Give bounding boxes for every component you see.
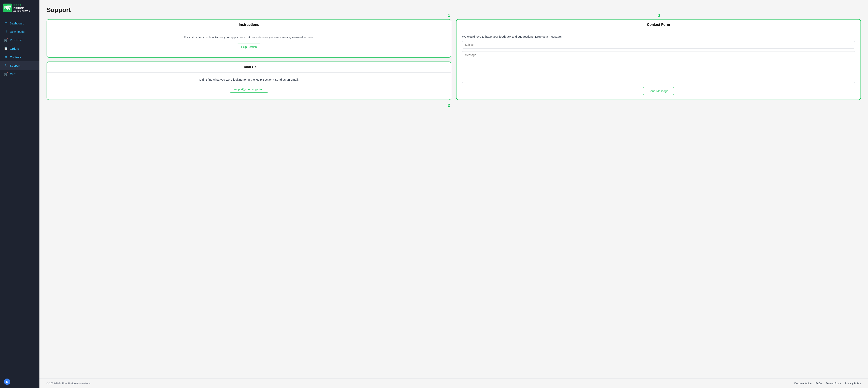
sidebar-item-orders[interactable]: 📋 Orders bbox=[0, 44, 39, 53]
sidebar-item-label: Support bbox=[10, 64, 20, 67]
sidebar-item-dashboard[interactable]: ≡ Dashboard bbox=[0, 19, 39, 27]
footer-link-privacy[interactable]: Privacy Policy bbox=[845, 382, 861, 385]
sidebar-item-cart[interactable]: 🛒 Cart bbox=[0, 70, 39, 78]
logo-text: ROOT BRIDGE AUTOMATIONS bbox=[13, 4, 30, 12]
logo-root: ROOT bbox=[13, 4, 30, 7]
sidebar-item-label: Purchase bbox=[10, 38, 22, 42]
label-2: 2 bbox=[448, 103, 450, 108]
download-icon: ⬇ bbox=[4, 30, 8, 34]
footer-link-faqs[interactable]: FAQs bbox=[815, 382, 822, 385]
sidebar-item-label: Orders bbox=[10, 47, 19, 50]
sidebar-item-controls[interactable]: ⚙ Controls bbox=[0, 53, 39, 61]
cards-grid: Instructions For instructions on how to … bbox=[46, 19, 861, 100]
instructions-card-body: For instructions on how to use your app,… bbox=[47, 30, 451, 55]
contact-form-card-header: Contact Form bbox=[457, 20, 861, 30]
sidebar-item-support[interactable]: ↻ Support bbox=[0, 61, 39, 70]
sidebar-footer: D bbox=[0, 376, 39, 388]
logo-automations: AUTOMATIONS bbox=[13, 10, 30, 12]
instructions-card-text: For instructions on how to use your app,… bbox=[184, 35, 314, 40]
sidebar-item-label: Cart bbox=[10, 72, 16, 76]
contact-form-card: Contact Form We would love to have your … bbox=[456, 19, 861, 100]
email-card: Email Us Didn't find what you were looki… bbox=[46, 62, 452, 100]
email-card-body: Didn't find what you were looking for in… bbox=[47, 72, 451, 97]
send-message-button[interactable]: Send Message bbox=[643, 87, 674, 95]
cart-icon: 🛒 bbox=[4, 72, 8, 76]
logo-icon: R bbox=[3, 4, 12, 12]
email-card-text: Didn't find what you were looking for in… bbox=[199, 77, 299, 82]
footer-link-documentation[interactable]: Documentation bbox=[795, 382, 812, 385]
footer-copyright: © 2023-2024 Root Bridge Automations bbox=[46, 382, 91, 385]
label-1: 1 bbox=[448, 13, 450, 18]
logo: R ROOT BRIDGE AUTOMATIONS bbox=[0, 0, 39, 16]
controls-icon: ⚙ bbox=[4, 55, 8, 59]
instructions-card: Instructions For instructions on how to … bbox=[46, 19, 452, 58]
sidebar-item-label: Dashboard bbox=[10, 22, 24, 25]
sidebar-item-purchase[interactable]: 🛒 Purchase bbox=[0, 36, 39, 44]
support-icon: ↻ bbox=[4, 64, 8, 67]
sidebar-item-label: Downloads bbox=[10, 30, 25, 33]
main-content: Support 1 2 3 Instructions For instructi… bbox=[39, 0, 868, 379]
sidebar-nav: ≡ Dashboard ⬇ Downloads 🛒 Purchase 📋 Ord… bbox=[0, 16, 39, 376]
instructions-card-header: Instructions bbox=[47, 20, 451, 30]
logo-bridge: BRIDGE bbox=[13, 7, 30, 10]
contact-form-card-body: We would love to have your feedback and … bbox=[457, 30, 861, 100]
subject-input[interactable] bbox=[462, 41, 855, 48]
contact-description: We would love to have your feedback and … bbox=[462, 35, 562, 38]
cards-wrapper: 1 2 3 Instructions For instructions on h… bbox=[46, 19, 861, 100]
email-card-header: Email Us bbox=[47, 62, 451, 72]
main-footer: © 2023-2024 Root Bridge Automations Docu… bbox=[39, 379, 868, 388]
page-title: Support bbox=[46, 6, 861, 13]
footer-links: Documentation FAQs Terms of Use Privacy … bbox=[795, 382, 861, 385]
purchase-icon: 🛒 bbox=[4, 38, 8, 42]
help-section-button[interactable]: Help Section bbox=[237, 43, 261, 50]
message-input[interactable] bbox=[462, 51, 855, 83]
orders-icon: 📋 bbox=[4, 47, 8, 51]
main-area: Support 1 2 3 Instructions For instructi… bbox=[39, 0, 868, 388]
sidebar: R ROOT BRIDGE AUTOMATIONS ≡ Dashboard ⬇ … bbox=[0, 0, 39, 388]
avatar[interactable]: D bbox=[4, 379, 10, 385]
label-3: 3 bbox=[658, 13, 660, 18]
dashboard-icon: ≡ bbox=[4, 22, 8, 25]
footer-link-terms[interactable]: Terms of Use bbox=[826, 382, 841, 385]
sidebar-item-label: Controls bbox=[10, 55, 21, 59]
sidebar-item-downloads[interactable]: ⬇ Downloads bbox=[0, 27, 39, 36]
email-button[interactable]: support@rootbridge.tech bbox=[229, 86, 268, 93]
